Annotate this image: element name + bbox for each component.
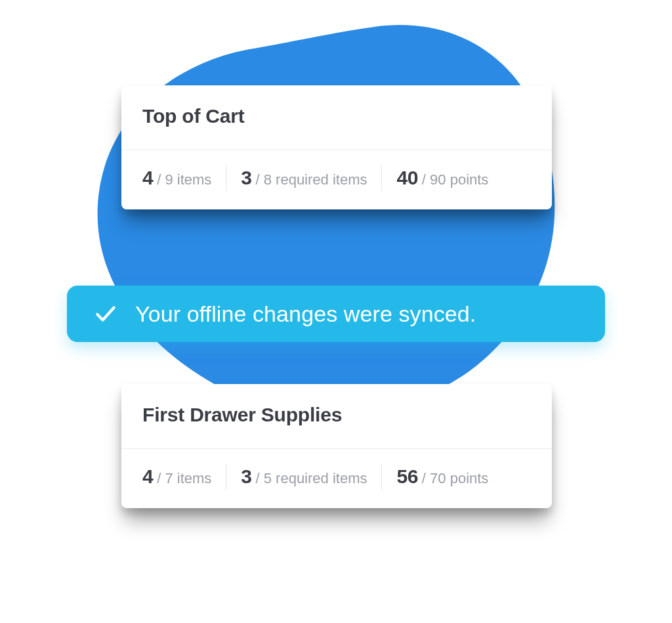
stat-items-value: 4 xyxy=(142,465,153,488)
stat-points-label: / 90 points xyxy=(422,171,489,188)
stat-required-value: 3 xyxy=(241,167,251,189)
stat-required: 3 / 5 required items xyxy=(241,465,367,488)
summary-card[interactable]: First Drawer Supplies 4 / 7 items 3 / 5 … xyxy=(121,384,552,508)
check-icon xyxy=(93,301,118,326)
card-stats-row: 4 / 9 items 3 / 8 required items 40 / 90… xyxy=(121,150,552,209)
stat-points: 40 / 90 points xyxy=(396,167,488,189)
stat-points-value: 40 xyxy=(396,167,417,189)
stat-points-value: 56 xyxy=(396,465,417,488)
card-title: Top of Cart xyxy=(142,105,531,127)
card-header: Top of Cart xyxy=(121,85,552,150)
stat-points: 56 / 70 points xyxy=(396,465,488,488)
stat-items: 4 / 7 items xyxy=(142,465,211,488)
stat-divider xyxy=(381,463,382,490)
stat-items-label: / 7 items xyxy=(157,470,211,487)
stat-required: 3 / 8 required items xyxy=(241,167,367,189)
card-stats-row: 4 / 7 items 3 / 5 required items 56 / 70… xyxy=(121,449,552,508)
stat-required-value: 3 xyxy=(241,465,251,488)
stat-items: 4 / 9 items xyxy=(142,167,211,189)
stat-items-label: / 9 items xyxy=(157,171,211,188)
stat-items-value: 4 xyxy=(142,167,153,189)
sync-toast: Your offline changes were synced. xyxy=(67,286,605,342)
sync-toast-message: Your offline changes were synced. xyxy=(135,301,476,327)
card-header: First Drawer Supplies xyxy=(121,384,552,449)
card-title: First Drawer Supplies xyxy=(142,404,531,426)
stat-divider xyxy=(381,165,382,191)
summary-card[interactable]: Top of Cart 4 / 9 items 3 / 8 required i… xyxy=(121,85,552,209)
stat-divider xyxy=(226,463,226,490)
stat-required-label: / 8 required items xyxy=(256,171,368,188)
stat-points-label: / 70 points xyxy=(422,470,489,487)
stat-divider xyxy=(226,165,226,191)
stat-required-label: / 5 required items xyxy=(256,470,368,487)
